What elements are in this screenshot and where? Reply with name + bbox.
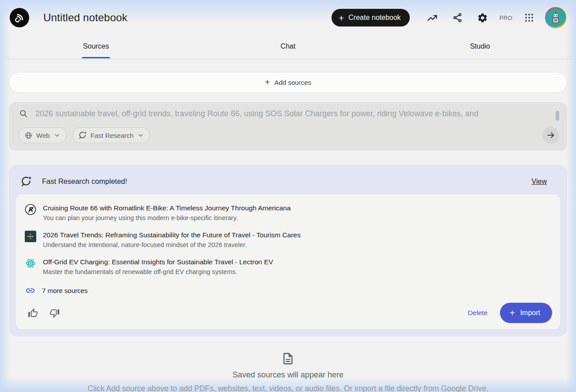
settings-button[interactable] <box>473 8 492 27</box>
result-description: You can plan your journey using this mod… <box>43 213 291 223</box>
create-notebook-button[interactable]: + Create notebook <box>332 9 410 27</box>
thumb-up-button[interactable] <box>25 305 41 321</box>
result-title: 2026 Travel Trends: Reframing Sustainabi… <box>43 230 301 240</box>
result-title: Cruising Route 66 with Romatlink E-Bike:… <box>43 203 291 213</box>
analytics-button[interactable] <box>423 8 442 27</box>
thumb-down-icon <box>50 308 60 318</box>
tab-sources-label: Sources <box>83 36 109 58</box>
chevron-down-icon <box>137 132 144 139</box>
import-button[interactable]: + Import <box>500 303 552 323</box>
tab-chat[interactable]: Chat <box>192 35 384 59</box>
results-footer: Delete + Import <box>25 303 552 323</box>
research-mode-dropdown[interactable]: Fast Research <box>72 127 150 143</box>
pro-badge: PRO <box>499 15 513 21</box>
result-item[interactable]: R Cruising Route 66 with Romatlink E-Bik… <box>25 203 552 223</box>
web-scope-label: Web <box>36 132 50 139</box>
empty-state-title: Saved sources will appear here <box>9 370 567 380</box>
fast-research-icon <box>20 175 32 187</box>
globe-icon <box>24 131 33 140</box>
tab-sources[interactable]: Sources <box>0 35 192 59</box>
research-mode-label: Fast Research <box>91 132 134 139</box>
result-description: Understand the intentional, nature-focus… <box>43 240 301 250</box>
add-sources-button[interactable]: + Add sources <box>9 72 567 93</box>
result-description: Master the fundamentals of renewable off… <box>43 267 273 277</box>
fast-research-panel: Fast Research completed! View R Cruising… <box>9 165 567 336</box>
header-icons: PRO <box>423 7 566 28</box>
plus-icon: + <box>510 308 515 318</box>
link-icon <box>25 285 35 296</box>
delete-button[interactable]: Delete <box>468 309 488 317</box>
research-status-text: Fast Research completed! <box>42 177 127 186</box>
fast-research-icon <box>78 131 87 140</box>
add-sources-label: Add sources <box>275 79 311 86</box>
thumb-down-button[interactable] <box>46 305 62 321</box>
account-avatar[interactable] <box>545 7 566 28</box>
research-results-card: R Cruising Route 66 with Romatlink E-Bik… <box>16 194 560 329</box>
tab-chat-label: Chat <box>281 36 296 58</box>
notebooklm-logo[interactable] <box>10 8 29 27</box>
web-scope-dropdown[interactable]: Web <box>19 127 66 143</box>
gear-icon <box>477 12 488 23</box>
trending-up-icon <box>427 12 438 23</box>
app-header: Untitled notebook + Create notebook PRO <box>0 0 576 35</box>
tab-studio-label: Studio <box>470 36 490 58</box>
more-sources-label: 7 more sources <box>42 287 88 294</box>
main-tabs: Sources Chat Studio <box>0 35 576 59</box>
view-link[interactable]: View <box>532 178 547 186</box>
romatlink-r-logo-icon: R <box>25 204 36 215</box>
thumb-up-icon <box>28 308 38 318</box>
share-icon <box>452 12 463 23</box>
result-item[interactable]: 2026 Travel Trends: Reframing Sustainabi… <box>25 230 552 250</box>
result-title: Off-Grid EV Charging: Essential Insights… <box>43 257 273 267</box>
empty-state-description: Click Add source above to add PDFs, webs… <box>9 384 567 392</box>
input-scrollbar-thumb[interactable] <box>556 111 559 121</box>
document-icon <box>281 352 295 365</box>
plus-icon: + <box>265 77 270 88</box>
arrow-right-icon <box>546 130 556 140</box>
chevron-down-icon <box>53 132 61 139</box>
share-button[interactable] <box>448 8 467 27</box>
notebook-title[interactable]: Untitled notebook <box>43 11 127 24</box>
plus-icon: + <box>339 13 344 23</box>
tourism-cares-compass-logo-icon <box>25 231 36 242</box>
sources-panel: + Add sources Web <box>0 72 576 392</box>
result-item[interactable]: Off-Grid EV Charging: Essential Insights… <box>25 257 552 277</box>
tab-studio[interactable]: Studio <box>384 35 576 59</box>
import-label: Import <box>520 309 540 317</box>
google-apps-button[interactable] <box>520 8 538 27</box>
create-notebook-label: Create notebook <box>348 14 401 22</box>
more-sources-link[interactable]: 7 more sources <box>25 285 552 296</box>
submit-research-button[interactable] <box>542 127 559 144</box>
avatar-robot-image <box>546 8 565 27</box>
lectron-atom-logo-icon <box>25 258 36 269</box>
apps-grid-icon <box>524 12 534 23</box>
research-query-input[interactable] <box>35 109 559 118</box>
search-icon <box>19 109 28 118</box>
empty-state: Saved sources will appear here Click Add… <box>9 352 567 392</box>
discover-sources-box: Web Fast Research <box>9 102 567 151</box>
